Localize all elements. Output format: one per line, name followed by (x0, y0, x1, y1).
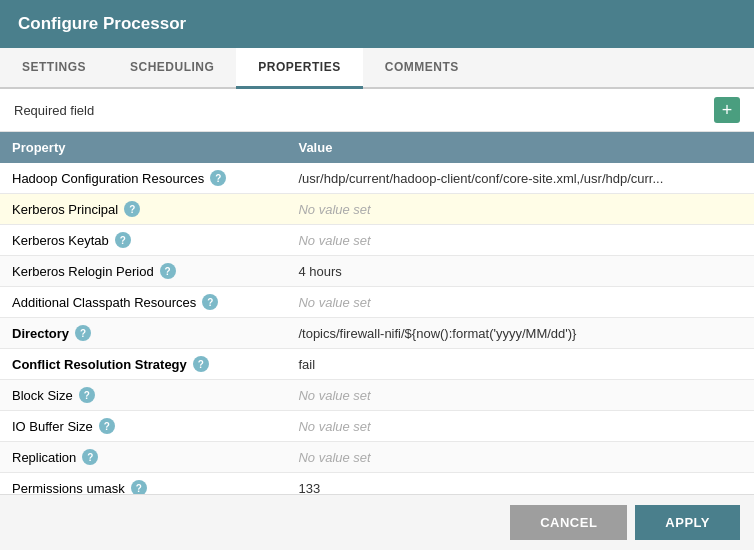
table-row[interactable]: Permissions umask?133 (0, 473, 754, 495)
table-row[interactable]: Directory?/topics/firewall-nifi/${now():… (0, 318, 754, 349)
tab-comments[interactable]: COMMENTS (363, 48, 481, 89)
property-value[interactable]: No value set (286, 287, 754, 318)
table-row[interactable]: Additional Classpath Resources?No value … (0, 287, 754, 318)
property-value[interactable]: 133 (286, 473, 754, 495)
property-name: Hadoop Configuration Resources (12, 171, 204, 186)
dialog-title: Configure Processor (18, 14, 186, 33)
table-row[interactable]: IO Buffer Size?No value set (0, 411, 754, 442)
table-row[interactable]: Kerberos Principal?No value set (0, 194, 754, 225)
required-field-label: Required field (14, 103, 94, 118)
property-value[interactable]: fail (286, 349, 754, 380)
add-property-button[interactable]: + (714, 97, 740, 123)
help-icon[interactable]: ? (82, 449, 98, 465)
help-icon[interactable]: ? (131, 480, 147, 494)
property-value[interactable]: 4 hours (286, 256, 754, 287)
table-row[interactable]: Conflict Resolution Strategy?fail (0, 349, 754, 380)
configure-processor-dialog: Configure Processor SETTINGS SCHEDULING … (0, 0, 754, 550)
property-value[interactable]: No value set (286, 194, 754, 225)
tab-bar: SETTINGS SCHEDULING PROPERTIES COMMENTS (0, 48, 754, 89)
property-name: Kerberos Principal (12, 202, 118, 217)
help-icon[interactable]: ? (210, 170, 226, 186)
table-row[interactable]: Kerberos Relogin Period?4 hours (0, 256, 754, 287)
property-value[interactable]: No value set (286, 411, 754, 442)
help-icon[interactable]: ? (202, 294, 218, 310)
column-property: Property (0, 132, 286, 163)
table-row[interactable]: Kerberos Keytab?No value set (0, 225, 754, 256)
property-name: Replication (12, 450, 76, 465)
required-field-row: Required field + (0, 89, 754, 132)
tab-settings[interactable]: SETTINGS (0, 48, 108, 89)
property-value[interactable]: No value set (286, 380, 754, 411)
property-name: Kerberos Relogin Period (12, 264, 154, 279)
content-area: Required field + Property Value Hadoop C… (0, 89, 754, 494)
help-icon[interactable]: ? (160, 263, 176, 279)
help-icon[interactable]: ? (75, 325, 91, 341)
footer: CANCEL APPLY (0, 494, 754, 550)
properties-table: Property Value Hadoop Configuration Reso… (0, 132, 754, 494)
column-value: Value (286, 132, 754, 163)
property-value[interactable]: No value set (286, 442, 754, 473)
property-name: Kerberos Keytab (12, 233, 109, 248)
table-row[interactable]: Hadoop Configuration Resources?/usr/hdp/… (0, 163, 754, 194)
property-name: Permissions umask (12, 481, 125, 495)
table-header-row: Property Value (0, 132, 754, 163)
table-row[interactable]: Replication?No value set (0, 442, 754, 473)
help-icon[interactable]: ? (99, 418, 115, 434)
table-row[interactable]: Block Size?No value set (0, 380, 754, 411)
help-icon[interactable]: ? (115, 232, 131, 248)
apply-button[interactable]: APPLY (635, 505, 740, 540)
help-icon[interactable]: ? (193, 356, 209, 372)
tab-properties[interactable]: PROPERTIES (236, 48, 362, 89)
help-icon[interactable]: ? (79, 387, 95, 403)
properties-table-container: Property Value Hadoop Configuration Reso… (0, 132, 754, 494)
cancel-button[interactable]: CANCEL (510, 505, 627, 540)
property-value[interactable]: /topics/firewall-nifi/${now():format('yy… (286, 318, 754, 349)
property-name: Additional Classpath Resources (12, 295, 196, 310)
property-name: Block Size (12, 388, 73, 403)
help-icon[interactable]: ? (124, 201, 140, 217)
property-value[interactable]: No value set (286, 225, 754, 256)
property-name: IO Buffer Size (12, 419, 93, 434)
property-value[interactable]: /usr/hdp/current/hadoop-client/conf/core… (286, 163, 754, 194)
dialog-header: Configure Processor (0, 0, 754, 48)
tab-scheduling[interactable]: SCHEDULING (108, 48, 236, 89)
property-name: Directory (12, 326, 69, 341)
property-name: Conflict Resolution Strategy (12, 357, 187, 372)
